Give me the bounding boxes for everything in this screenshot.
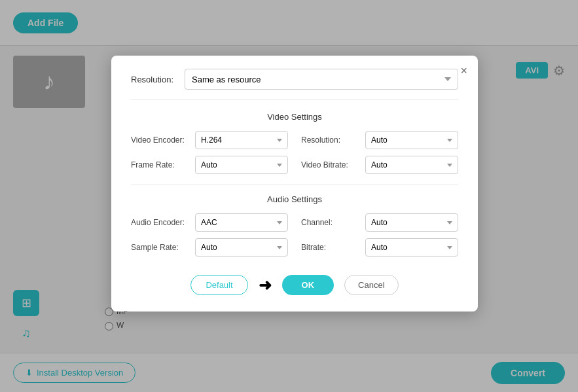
video-encoder-label: Video Encoder: (131, 135, 190, 145)
bitrate-label: Bitrate: (301, 243, 360, 252)
resolution-row: Resolution: Same as resource (131, 69, 458, 100)
video-resolution-row: Resolution: Auto (301, 131, 458, 149)
resolution-field-label: Resolution: (131, 75, 177, 84)
video-bitrate-select[interactable]: Auto (365, 156, 458, 174)
bitrate-row: Bitrate: Auto (301, 238, 458, 257)
video-settings-heading: Video Settings (131, 112, 458, 122)
video-bitrate-row: Video Bitrate: Auto (301, 156, 458, 174)
frame-rate-row: Frame Rate: Auto (131, 156, 288, 174)
modal-close-button[interactable]: × (460, 65, 467, 77)
video-settings-grid: Video Encoder: H.264 Resolution: Auto Fr… (131, 131, 458, 174)
settings-divider (131, 185, 458, 185)
frame-rate-select[interactable]: Auto (195, 156, 288, 174)
video-bitrate-label: Video Bitrate: (301, 160, 360, 169)
modal-button-row: Default ➜ OK Cancel (131, 268, 458, 295)
settings-modal: × Resolution: Same as resource Video Set… (111, 56, 478, 312)
channel-select[interactable]: Auto (365, 213, 458, 232)
audio-encoder-select[interactable]: AAC (195, 213, 288, 232)
video-encoder-row: Video Encoder: H.264 (131, 131, 288, 149)
video-encoder-select[interactable]: H.264 (195, 131, 288, 149)
video-resolution-label: Resolution: (301, 135, 360, 145)
audio-settings-heading: Audio Settings (131, 194, 458, 204)
video-resolution-select[interactable]: Auto (365, 131, 458, 149)
sample-rate-row: Sample Rate: Auto (131, 238, 288, 257)
audio-encoder-label: Audio Encoder: (131, 218, 190, 227)
arrow-icon: ➜ (259, 276, 272, 294)
ok-button[interactable]: OK (282, 275, 334, 295)
sample-rate-label: Sample Rate: (131, 243, 190, 252)
default-button[interactable]: Default (190, 275, 247, 295)
app-background: Add File ♪ AVI ⚙ MP W ⊞ ♫ ⬇ Install Desk (0, 0, 578, 392)
sample-rate-select[interactable]: Auto (195, 238, 288, 257)
frame-rate-label: Frame Rate: (131, 160, 190, 169)
channel-row: Channel: Auto (301, 213, 458, 232)
resolution-select[interactable]: Same as resource (185, 69, 458, 90)
bitrate-select[interactable]: Auto (365, 238, 458, 257)
audio-settings-grid: Audio Encoder: AAC Channel: Auto Sample … (131, 213, 458, 257)
cancel-button[interactable]: Cancel (344, 275, 398, 295)
channel-label: Channel: (301, 218, 360, 227)
audio-encoder-row: Audio Encoder: AAC (131, 213, 288, 232)
